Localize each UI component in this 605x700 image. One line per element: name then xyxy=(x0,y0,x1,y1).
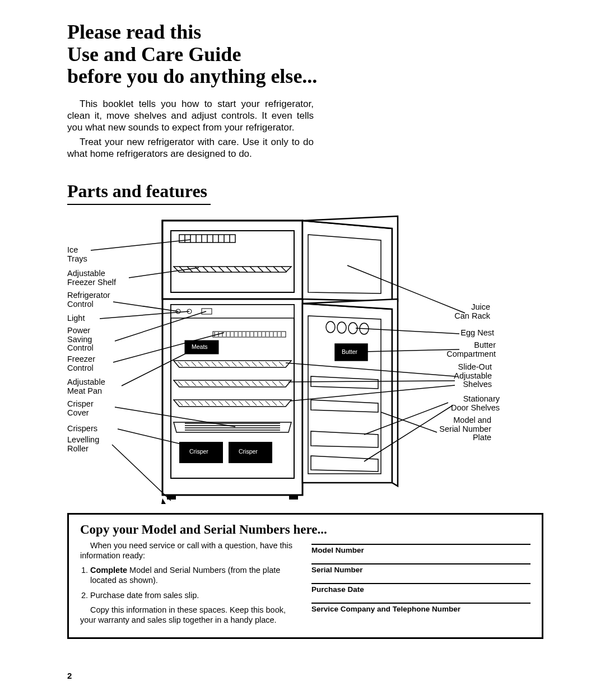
svg-rect-7 xyxy=(202,309,212,314)
page-title: Please read this Use and Care Guide befo… xyxy=(67,21,543,88)
label-power-saving-control: Power Saving Control xyxy=(67,326,94,353)
label-egg-nest: Egg Nest xyxy=(460,329,494,338)
label-butter-compartment: Butter Compartment xyxy=(446,341,496,358)
field-model-number[interactable]: Model Number xyxy=(311,544,530,556)
intro-paragraph-1: This booklet tells you how to start your… xyxy=(67,98,314,134)
svg-point-108 xyxy=(326,321,335,333)
manual-page: Please read this Use and Care Guide befo… xyxy=(0,0,605,700)
form-instructions: When you need service or call with a que… xyxy=(80,540,299,629)
svg-rect-106 xyxy=(167,495,176,500)
label-refrigerator-control: Refrigerator Control xyxy=(67,291,110,309)
form-heading: Copy your Model and Serial Numbers here.… xyxy=(80,522,530,537)
label-crisper-cover: Crisper Cover xyxy=(67,400,94,417)
form-step-2: Purchase date from sales slip. xyxy=(90,590,299,600)
label-levelling-roller: Levelling Roller xyxy=(67,436,99,453)
form-fields: Model Number Serial Number Purchase Date… xyxy=(311,540,530,629)
title-line-2: Use and Care Guide xyxy=(67,43,241,66)
title-line-3: before you do anything else... xyxy=(67,65,317,87)
label-slide-out-shelves: Slide-Out Adjustable Shelves xyxy=(454,363,492,389)
model-serial-form-box: Copy your Model and Serial Numbers here.… xyxy=(67,513,543,639)
label-adjustable-meat-pan: Adjustable Meat Pan xyxy=(67,378,105,395)
intro-paragraph-2: Treat your new refrigerator with care. U… xyxy=(67,136,314,160)
field-serial-number[interactable]: Serial Number xyxy=(311,563,530,575)
svg-rect-107 xyxy=(289,495,298,500)
label-freezer-control: Freezer Control xyxy=(67,355,95,372)
refrigerator-illustration xyxy=(67,215,549,506)
label-model-serial-plate: Model and Serial Number Plate xyxy=(439,416,491,442)
intro-block: This booklet tells you how to start your… xyxy=(67,98,314,160)
crisper-label-1: Crisper xyxy=(189,448,208,455)
form-closing: Copy this information in these spaces. K… xyxy=(80,605,299,625)
svg-point-109 xyxy=(337,322,346,333)
label-adjustable-freezer-shelf: Adjustable Freezer Shelf xyxy=(67,269,116,287)
label-stationary-door-shelves: Stationary Door Shelves xyxy=(451,395,500,412)
label-light: Light xyxy=(67,314,85,323)
label-juice-can-rack: Juice Can Rack xyxy=(454,303,490,320)
parts-and-features-heading: Parts and features xyxy=(67,181,211,205)
field-service-company[interactable]: Service Company and Telephone Number xyxy=(311,603,530,614)
refrigerator-diagram: Meats Butter Crisper Crisper Ice Trays A… xyxy=(67,215,549,506)
label-crispers: Crispers xyxy=(67,424,97,433)
label-ice-trays: Ice Trays xyxy=(67,246,87,263)
page-number: 2 xyxy=(67,671,72,680)
crisper-label-2: Crisper xyxy=(239,448,258,455)
field-purchase-date[interactable]: Purchase Date xyxy=(311,583,530,595)
meats-label: Meats xyxy=(192,343,208,350)
form-intro: When you need service or call with a que… xyxy=(80,540,299,561)
form-step-1: Complete Model and Serial Numbers (from … xyxy=(90,565,299,585)
butter-label: Butter xyxy=(342,348,357,355)
title-line-1: Please read this xyxy=(67,21,201,43)
